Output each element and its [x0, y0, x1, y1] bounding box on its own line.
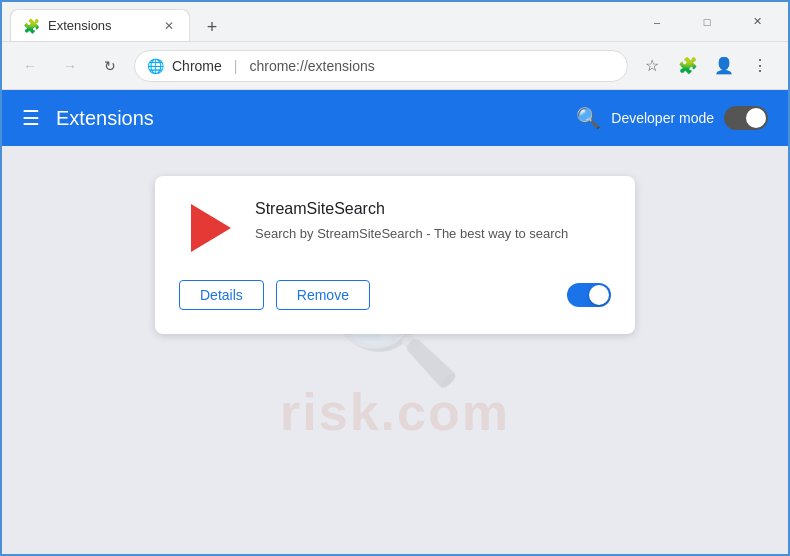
extension-card-bottom: Details Remove — [179, 280, 611, 310]
developer-mode-area: 🔍 Developer mode — [576, 106, 768, 130]
bookmark-button[interactable]: ☆ — [636, 50, 668, 82]
active-tab[interactable]: 🧩 Extensions ✕ — [10, 9, 190, 41]
toolbar-icons: ☆ 🧩 👤 ⋮ — [636, 50, 776, 82]
reload-button[interactable]: ↻ — [94, 50, 126, 82]
extensions-button[interactable]: 🧩 — [672, 50, 704, 82]
tab-label: Extensions — [48, 18, 112, 33]
tab-icon: 🧩 — [23, 18, 40, 34]
close-button[interactable]: ✕ — [734, 6, 780, 38]
extension-enable-toggle[interactable] — [567, 283, 611, 307]
extensions-header: ☰ Extensions 🔍 Developer mode — [2, 90, 788, 146]
back-button[interactable]: ← — [14, 50, 46, 82]
watermark-text: risk.com — [280, 382, 510, 442]
developer-mode-label: Developer mode — [611, 110, 714, 126]
developer-mode-toggle-knob — [746, 108, 766, 128]
developer-mode-toggle[interactable] — [724, 106, 768, 130]
hamburger-menu-button[interactable]: ☰ — [22, 106, 40, 130]
chrome-icon: 🌐 — [147, 58, 164, 74]
title-bar: 🧩 Extensions ✕ + – □ ✕ — [2, 2, 788, 42]
details-button[interactable]: Details — [179, 280, 264, 310]
account-button[interactable]: 👤 — [708, 50, 740, 82]
extension-toggle-area — [567, 283, 611, 307]
url-path: chrome://extensions — [249, 58, 374, 74]
extension-toggle-knob — [589, 285, 609, 305]
new-tab-button[interactable]: + — [198, 13, 226, 41]
extension-description: Search by StreamSiteSearch - The best wa… — [255, 224, 611, 244]
extensions-page-title: Extensions — [56, 107, 560, 130]
url-bar[interactable]: 🌐 Chrome | chrome://extensions — [134, 50, 628, 82]
window-controls: – □ ✕ — [634, 6, 780, 38]
play-icon — [191, 204, 231, 252]
minimize-button[interactable]: – — [634, 6, 680, 38]
url-site: Chrome — [172, 58, 222, 74]
url-separator: | — [234, 58, 238, 74]
search-icon[interactable]: 🔍 — [576, 106, 601, 130]
extension-card-top: StreamSiteSearch Search by StreamSiteSea… — [179, 200, 611, 256]
extension-card: StreamSiteSearch Search by StreamSiteSea… — [155, 176, 635, 334]
forward-button[interactable]: → — [54, 50, 86, 82]
menu-button[interactable]: ⋮ — [744, 50, 776, 82]
extension-info: StreamSiteSearch Search by StreamSiteSea… — [255, 200, 611, 244]
tab-close-button[interactable]: ✕ — [161, 18, 177, 34]
maximize-button[interactable]: □ — [684, 6, 730, 38]
extension-logo — [179, 200, 235, 256]
tab-area: 🧩 Extensions ✕ + — [10, 2, 634, 41]
extension-name: StreamSiteSearch — [255, 200, 611, 218]
address-bar: ← → ↻ 🌐 Chrome | chrome://extensions ☆ 🧩… — [2, 42, 788, 90]
main-content: 🔍 risk.com StreamSiteSearch Search by St… — [2, 146, 788, 556]
remove-button[interactable]: Remove — [276, 280, 370, 310]
